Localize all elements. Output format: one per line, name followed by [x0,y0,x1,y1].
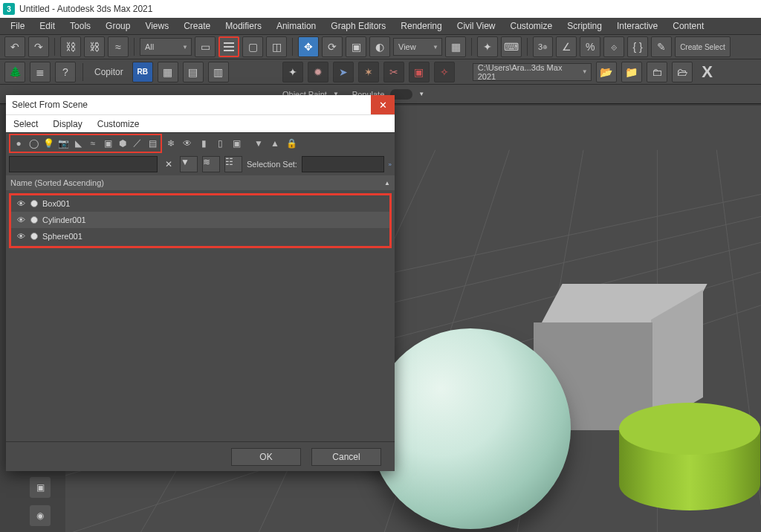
ribbon-btn-1[interactable]: ▦ [158,62,178,82]
dialog-menu-customize[interactable]: Customize [90,117,147,132]
clear-search-icon[interactable]: ✕ [162,158,175,171]
scale-button[interactable]: ▣ [346,36,366,57]
snap-3-button[interactable]: 3⊕ [533,36,553,57]
menu-customize[interactable]: Customize [503,19,560,33]
selection-filter-dropdown[interactable]: All [140,38,192,56]
scene-sphere-object[interactable] [370,328,571,529]
filter-groups-icon[interactable]: ▣ [100,136,115,151]
dialog-menu-display[interactable]: Display [45,117,89,132]
menu-civil-view[interactable]: Civil View [450,19,503,33]
freeze-dot-icon[interactable] [30,216,38,224]
menu-modifiers[interactable]: Modifiers [218,19,269,33]
ok-button[interactable]: OK [231,448,301,466]
filter-geometry-icon[interactable]: ● [11,136,26,151]
paint-btn-7[interactable]: ✧ [434,62,455,82]
folder-btn-2[interactable]: 📁 [621,62,642,82]
folder-btn-3[interactable]: 🗀 [647,62,667,82]
search-input[interactable] [9,156,158,172]
visibility-icon[interactable]: 👁 [16,198,26,209]
select-object-button[interactable]: ▭ [195,36,216,57]
filter2-icon[interactable]: ▲ [268,136,282,151]
scene-cylinder-object[interactable] [619,403,760,529]
keyboard-button[interactable]: ⌨ [501,36,522,57]
dialog-menu-select[interactable]: Select [6,117,45,132]
paint-btn-6[interactable]: ▣ [409,62,430,82]
filter-container-icon[interactable]: ▤ [145,136,160,151]
help-button[interactable]: ? [55,62,76,82]
manipulate-button[interactable]: ✦ [477,36,498,57]
menu-scripting[interactable]: Scripting [560,19,609,33]
chevron-down-icon[interactable]: ▼ [418,91,424,97]
freeze-dot-icon[interactable] [30,233,38,240]
filter-xrefs-icon[interactable]: ⬢ [115,136,130,151]
filter-shapes-icon[interactable]: ◯ [26,136,41,151]
selection-set-dropdown[interactable] [302,156,384,172]
menu-graph-editors[interactable]: Graph Editors [323,19,393,33]
list-item[interactable]: 👁 Sphere001 [11,228,389,244]
display-invert-icon[interactable]: ▣ [229,136,244,151]
paint-btn-5[interactable]: ✂ [383,62,404,82]
paint-btn-2[interactable]: ✹ [308,62,328,82]
percent-snap-button[interactable]: % [580,36,600,57]
menu-animation[interactable]: Animation [269,19,323,33]
display-all-icon[interactable]: ▮ [196,136,211,151]
filter-toggle-button[interactable]: ▼ [180,156,198,172]
placement-button[interactable]: ◐ [369,36,390,57]
freeze-filter-icon[interactable]: ❄ [163,136,178,151]
spinner-snap-button[interactable]: ⟐ [603,36,624,57]
rotate-button[interactable]: ⟳ [322,36,343,57]
scene-explorer-icon[interactable]: 🌲 [4,62,25,82]
filter-cameras-icon[interactable]: 📷 [56,136,71,151]
expand-icon[interactable]: » [389,161,392,168]
rb-button[interactable]: RB [132,62,153,82]
link-button[interactable]: ⛓ [60,36,81,57]
visibility-icon[interactable]: 👁 [16,231,26,241]
list-item[interactable]: 👁 Cylinder001 [11,212,389,228]
filter-spacewarps-icon[interactable]: ≈ [85,136,100,151]
folder-btn-4[interactable]: 🗁 [672,62,693,82]
display-none-icon[interactable]: ▯ [213,136,227,151]
viewcube-icon[interactable]: ▣ [30,477,51,498]
menu-file[interactable]: File [3,19,32,33]
paint-btn-3[interactable]: ➤ [333,62,354,82]
steering-wheel-icon[interactable]: ◉ [30,505,51,526]
paint-btn-1[interactable]: ✦ [282,62,303,82]
menu-tools[interactable]: Tools [62,19,98,33]
layer-explorer-button[interactable]: ≣ [30,62,51,82]
ribbon-btn-3[interactable]: ▥ [208,62,229,82]
rectangle-select-button[interactable]: ▢ [242,36,263,57]
hierarchy-button[interactable]: ☷ [224,156,242,172]
create-selection-button[interactable]: Create Select [675,36,731,57]
layers-button[interactable]: ≋ [202,156,220,172]
ref-coord-dropdown[interactable]: View [393,38,442,56]
filter-helpers-icon[interactable]: ◣ [71,136,85,151]
material-editor-button[interactable]: ✎ [651,36,672,57]
angle-snap-button[interactable]: ∠ [556,36,577,57]
project-path-dropdown[interactable]: C:\Users\Ara...3ds Max 2021 [473,63,592,81]
menu-edit[interactable]: Edit [32,19,62,33]
hide-filter-icon[interactable]: 👁 [180,136,195,151]
close-button[interactable]: ✕ [371,95,395,114]
select-by-name-button[interactable] [218,36,239,57]
filter-bone-icon[interactable]: ／ [130,136,145,151]
ribbon-btn-2[interactable]: ▤ [183,62,204,82]
move-button[interactable]: ✥ [298,36,319,57]
pivot-button[interactable]: ▦ [445,36,466,57]
menu-group[interactable]: Group [98,19,137,33]
paint-btn-4[interactable]: ✶ [358,62,379,82]
filter-lights-icon[interactable]: 💡 [41,136,56,151]
window-crossing-button[interactable]: ◫ [266,36,287,57]
menu-rendering[interactable]: Rendering [393,19,449,33]
menu-interactive[interactable]: Interactive [609,19,665,33]
redo-button[interactable]: ↷ [28,36,49,57]
bind-spacewarp-button[interactable]: ≈ [108,36,129,57]
freeze-dot-icon[interactable] [30,200,38,207]
list-column-header[interactable]: Name (Sorted Ascending) ▲ [6,175,395,190]
cancel-button[interactable]: Cancel [311,448,381,466]
schematic-button[interactable]: { } [627,36,648,57]
list-item[interactable]: 👁 Box001 [11,195,389,212]
undo-button[interactable]: ↶ [4,36,25,57]
menu-views[interactable]: Views [137,19,176,33]
close-toolbar-icon[interactable]: X [697,62,718,82]
visibility-icon[interactable]: 👁 [16,215,26,225]
